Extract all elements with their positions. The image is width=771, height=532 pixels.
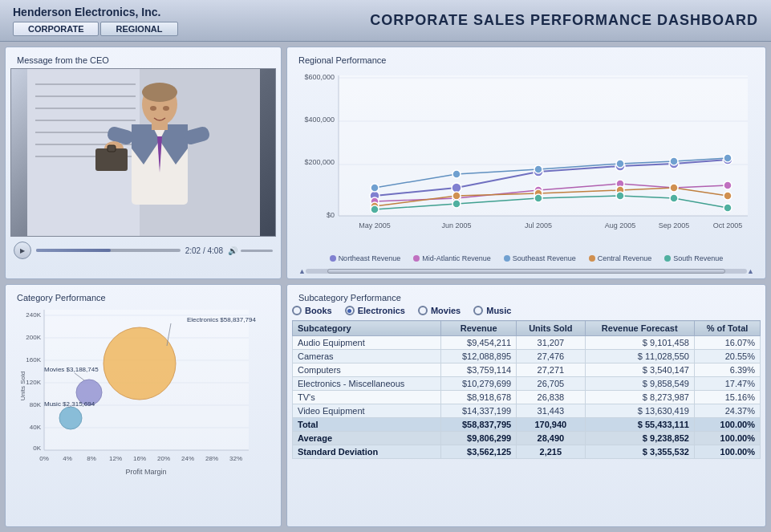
svg-point-67 [670,194,678,202]
svg-point-61 [670,184,678,192]
legend-dot-midatlantic [413,255,420,262]
legend-label-southeast: Southeast Revenue [513,254,576,262]
tab-label-books: Books [305,306,332,315]
table-row: Cameras $12,088,895 27,476 $ 11,028,550 … [293,350,761,363]
radio-books[interactable] [292,306,302,315]
legend-dot-southeast [504,255,510,262]
svg-rect-23 [339,75,748,216]
legend-label-central: Central Revenue [598,254,652,262]
tab-label-movies: Movies [431,306,461,315]
legend-label-northeast: Northeast Revenue [339,254,401,262]
category-panel-title: Category Performance [10,290,276,306]
radio-movies[interactable] [418,306,428,315]
svg-rect-20 [108,145,116,152]
svg-text:4%: 4% [63,455,72,462]
tab-electronics[interactable]: Electronics [345,306,405,315]
svg-text:Electronics $58,837,794: Electronics $58,837,794 [187,316,256,323]
legend-central: Central Revenue [589,254,652,262]
svg-point-68 [724,204,732,212]
scrollbar-thumb[interactable] [327,269,724,274]
svg-point-51 [371,184,379,192]
legend-south: South Revenue [664,254,723,262]
svg-point-40 [452,183,461,193]
radio-music[interactable] [473,306,483,315]
svg-text:120K: 120K [26,379,41,386]
regional-panel: Regional Performance $600,000 $400,000 $… [286,47,766,279]
svg-text:0%: 0% [39,455,49,462]
ceo-controls: ▶ 2:02 / 4:08 🔊 [10,242,276,259]
table-row: Video Equipment $14,337,199 31,443 $ 13,… [293,404,761,418]
svg-point-62 [724,192,732,200]
svg-text:Profit Margin: Profit Margin [125,468,166,476]
nav-tabs: CORPORATE REGIONAL [13,22,178,36]
ceo-panel-title: Message from the CEO [10,52,276,68]
legend-dot-northeast [330,255,336,262]
svg-point-56 [724,154,732,162]
radio-inner [347,309,351,313]
scrollbar-track[interactable] [306,269,747,274]
company-name: Henderson Electronics, Inc. [13,6,178,18]
main-content: Message from the CEO [0,42,771,532]
svg-text:Jul 2005: Jul 2005 [525,221,552,229]
nav-tab-corporate[interactable]: CORPORATE [13,22,99,36]
table-row: Audio Equipment $9,454,211 31,207 $ 9,10… [293,336,761,350]
col-header-revenue: Revenue [441,321,517,336]
svg-text:Movies $3,188,745: Movies $3,188,745 [44,366,99,373]
tab-movies[interactable]: Movies [418,306,461,315]
svg-text:160K: 160K [26,356,41,363]
svg-text:32%: 32% [229,455,242,462]
col-header-pct: % of Total [694,321,760,336]
svg-text:Music $2,315,694: Music $2,315,694 [44,400,95,408]
play-button[interactable]: ▶ [14,242,31,259]
svg-text:$600,000: $600,000 [304,73,335,81]
volume-area: 🔊 [228,246,273,255]
svg-text:May 2005: May 2005 [359,221,391,229]
col-header-subcategory: Subcategory [293,321,441,336]
svg-point-64 [452,200,461,208]
svg-text:20%: 20% [157,455,170,462]
ceo-panel: Message from the CEO [5,47,282,279]
scroll-right-arrow[interactable]: ▲ [747,267,754,275]
svg-point-50 [724,181,732,189]
subcategory-panel-title: Subcategory Performance [292,290,761,306]
scrollbar-area: ▲ ▲ [292,264,761,278]
time-display: 2:02 / 4:08 [185,246,223,255]
svg-text:16%: 16% [133,455,146,462]
header: Henderson Electronics, Inc. CORPORATE RE… [0,0,771,42]
ceo-figure-svg [27,68,260,237]
legend-northeast: Northeast Revenue [330,254,401,262]
regional-panel-title: Regional Performance [292,52,761,68]
svg-text:8%: 8% [87,455,96,462]
progress-bar[interactable] [36,249,181,252]
legend-label-south: South Revenue [673,254,723,262]
svg-point-21 [150,106,156,111]
regional-chart-svg: $600,000 $400,000 $200,000 $0 May 2005 J… [298,71,760,248]
radio-electronics[interactable] [345,306,355,315]
volume-icon: 🔊 [228,246,237,255]
tab-books[interactable]: Books [292,306,332,315]
tab-music[interactable]: Music [473,306,511,315]
nav-tab-regional[interactable]: REGIONAL [100,22,177,36]
svg-text:$400,000: $400,000 [304,116,335,124]
legend-dot-central [589,255,595,262]
svg-text:28%: 28% [205,455,218,462]
scroll-left-arrow[interactable]: ▲ [298,267,306,275]
svg-point-63 [371,205,379,213]
volume-bar[interactable] [241,250,273,252]
svg-text:24%: 24% [181,455,194,462]
ceo-image [10,68,276,237]
category-panel: Category Performance 240K 200K 160K 120K… [5,284,282,527]
table-row: Computers $3,759,114 27,271 $ 3,540,147 … [293,363,761,377]
svg-rect-15 [152,120,168,130]
svg-text:Jun 2005: Jun 2005 [441,221,471,229]
svg-text:12%: 12% [109,455,122,462]
total-row: Total $58,837,795 170,940 $ 55,433,111 1… [293,418,761,432]
table-row: TV's $8,918,678 26,838 $ 8,273,987 15.16… [293,391,761,404]
svg-point-55 [670,157,678,165]
header-left: Henderson Electronics, Inc. CORPORATE RE… [13,6,178,36]
svg-text:240K: 240K [26,311,41,319]
legend-dot-south [664,255,671,262]
svg-point-52 [452,170,461,178]
table-body: Audio Equipment $9,454,211 31,207 $ 9,10… [293,336,761,459]
progress-fill [36,249,111,252]
